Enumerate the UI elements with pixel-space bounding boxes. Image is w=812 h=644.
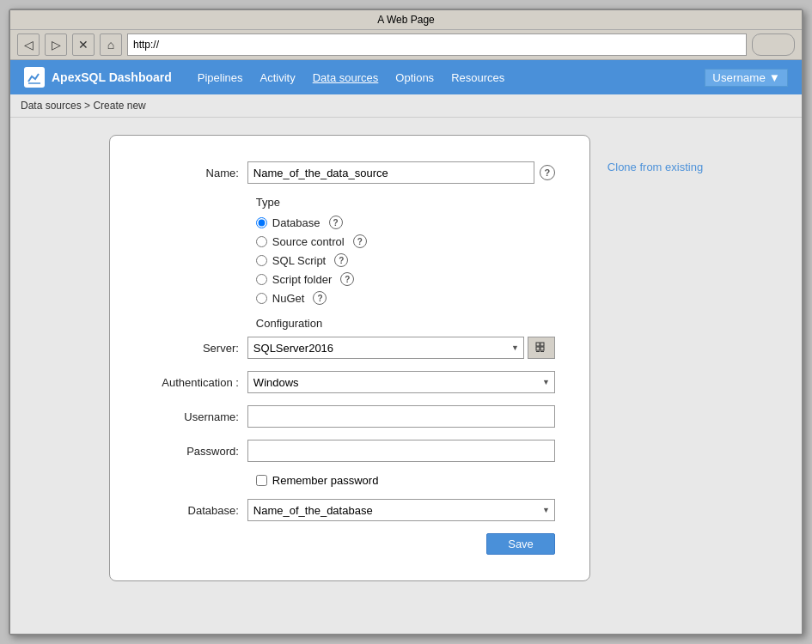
grid-icon	[535, 342, 547, 354]
radio-nuget: NuGet ?	[256, 291, 555, 305]
server-select[interactable]: SQLServer2016	[247, 337, 524, 359]
user-dropdown-button[interactable]: Username ▼	[705, 69, 788, 87]
browser-window: A Web Page ◁ ▷ ✕ ⌂ ApexSQL Dashboard Pip	[9, 9, 803, 635]
source-help-icon[interactable]: ?	[353, 234, 367, 248]
save-row: Save	[144, 533, 555, 555]
nuget-help-icon[interactable]: ?	[313, 291, 327, 305]
authentication-row: Authentication : Windows	[144, 371, 555, 393]
username-input[interactable]	[247, 405, 555, 428]
radio-nuget-label[interactable]: NuGet	[272, 292, 305, 305]
nav-datasources[interactable]: Data sources	[313, 70, 379, 86]
radio-database-label[interactable]: Database	[272, 216, 321, 229]
browser-toolbar: ◁ ▷ ✕ ⌂	[10, 30, 802, 60]
radio-script-folder: Script folder ?	[256, 272, 555, 286]
database-label: Database:	[144, 504, 247, 517]
database-select-wrapper: Name_of_the_database	[247, 499, 555, 521]
radio-folder-input[interactable]	[256, 274, 267, 285]
server-grid-button[interactable]	[528, 337, 555, 359]
radio-folder-label[interactable]: Script folder	[272, 273, 332, 286]
config-section-label: Configuration	[144, 317, 555, 330]
breadcrumb: Data sources > Create new	[10, 94, 802, 118]
nav-bar: ApexSQL Dashboard Pipelines Activity Dat…	[10, 60, 802, 94]
app-content: ApexSQL Dashboard Pipelines Activity Dat…	[10, 60, 802, 634]
breadcrumb-text: Data sources > Create new	[21, 100, 146, 112]
svg-rect-1	[536, 343, 540, 346]
user-area: Username ▼	[705, 69, 788, 87]
radio-nuget-input[interactable]	[256, 293, 267, 304]
radio-source-label[interactable]: Source control	[272, 235, 345, 248]
username-field-label: Username:	[144, 410, 247, 423]
close-button[interactable]: ✕	[72, 33, 95, 56]
page-title: A Web Page	[377, 14, 435, 26]
config-section: Configuration Server: SQLServer2016	[144, 317, 555, 555]
dropdown-arrow-icon: ▼	[769, 71, 780, 84]
auth-select-wrapper: Windows	[247, 371, 555, 393]
nav-activity[interactable]: Activity	[260, 70, 296, 86]
database-row: Database: Name_of_the_database	[144, 499, 555, 521]
address-bar[interactable]	[127, 33, 747, 56]
server-select-wrapper: SQLServer2016	[247, 337, 524, 359]
nav-resources[interactable]: Resources	[451, 70, 504, 86]
radio-source-control: Source control ?	[256, 234, 555, 248]
server-label: Server:	[144, 342, 247, 355]
svg-rect-5	[536, 351, 540, 352]
type-section: Type Database ? Source control ?	[144, 196, 555, 305]
name-help-icon[interactable]: ?	[540, 165, 555, 180]
forward-button[interactable]: ▷	[45, 33, 67, 56]
svg-rect-3	[536, 347, 540, 350]
remember-password-label[interactable]: Remember password	[272, 474, 379, 487]
back-button[interactable]: ◁	[17, 33, 40, 56]
database-help-icon[interactable]: ?	[329, 216, 343, 229]
name-row: Name: ?	[144, 161, 555, 184]
authentication-label: Authentication :	[144, 376, 247, 389]
password-label: Password:	[144, 445, 247, 458]
home-button[interactable]: ⌂	[100, 33, 122, 56]
name-label: Name:	[144, 167, 247, 179]
server-row: Server: SQLServer2016	[144, 337, 555, 359]
nav-options[interactable]: Options	[395, 70, 434, 86]
folder-help-icon[interactable]: ?	[340, 272, 354, 286]
clone-area: Clone from existing	[607, 161, 703, 173]
remember-password-checkbox[interactable]	[256, 475, 267, 486]
logo-text: ApexSQL Dashboard	[52, 70, 172, 84]
nav-links: Pipelines Activity Data sources Options …	[198, 70, 705, 86]
main-area: Name: ? Type Database ?	[10, 118, 802, 634]
server-input-group: SQLServer2016	[247, 337, 555, 359]
username-label: Username	[712, 71, 765, 84]
nav-pipelines[interactable]: Pipelines	[198, 70, 243, 86]
remember-password-row: Remember password	[144, 474, 555, 487]
name-input[interactable]	[247, 161, 534, 184]
username-row: Username:	[144, 405, 555, 428]
logo-svg	[27, 70, 42, 85]
title-bar: A Web Page	[10, 10, 802, 30]
radio-sql-script: SQL Script ?	[256, 253, 555, 267]
type-section-label: Type	[144, 196, 555, 209]
svg-rect-6	[540, 351, 544, 352]
radio-database-input[interactable]	[256, 217, 267, 228]
database-select[interactable]: Name_of_the_database	[247, 499, 555, 521]
radio-group: Database ? Source control ? SQL Script	[144, 216, 555, 305]
radio-sql-input[interactable]	[256, 255, 267, 266]
save-button[interactable]: Save	[486, 533, 555, 555]
radio-source-input[interactable]	[256, 236, 267, 247]
search-button[interactable]	[752, 33, 795, 56]
svg-rect-4	[540, 347, 544, 350]
radio-database: Database ?	[256, 216, 555, 229]
logo-icon	[24, 67, 45, 88]
form-container: Name: ? Type Database ?	[109, 135, 590, 581]
authentication-select[interactable]: Windows	[247, 371, 555, 393]
password-input[interactable]	[247, 440, 555, 462]
password-row: Password:	[144, 440, 555, 462]
logo-area: ApexSQL Dashboard	[24, 67, 172, 88]
svg-rect-2	[540, 343, 544, 346]
radio-sql-label[interactable]: SQL Script	[272, 254, 326, 267]
main-wrapper: Name: ? Type Database ?	[109, 135, 703, 581]
sql-help-icon[interactable]: ?	[334, 253, 348, 267]
clone-from-existing-link[interactable]: Clone from existing	[607, 161, 703, 173]
